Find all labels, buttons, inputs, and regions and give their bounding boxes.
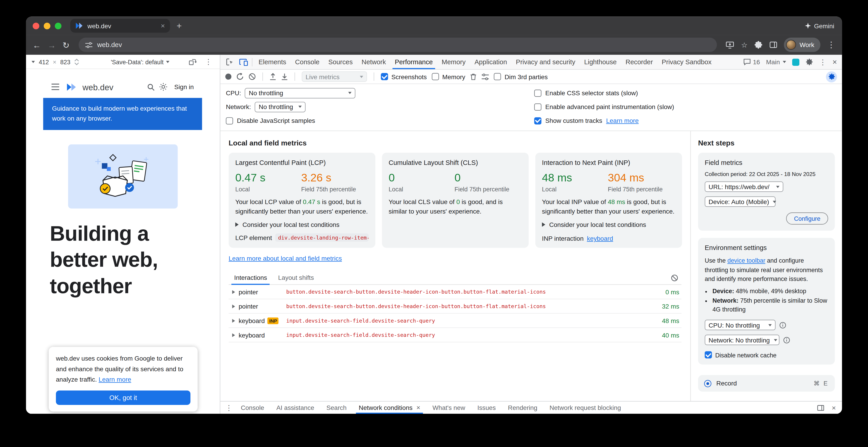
tab-privacy-sandbox[interactable]: Privacy Sandbox xyxy=(657,55,716,69)
tab-sources[interactable]: Sources xyxy=(324,55,357,69)
show-custom-tracks-checkbox[interactable] xyxy=(534,117,541,124)
interaction-row[interactable]: keyboardINP input.devsite-search-field.d… xyxy=(229,314,681,328)
interaction-row[interactable]: pointer button.devsite-search-button.dev… xyxy=(229,300,681,314)
row-expander-icon[interactable] xyxy=(229,304,239,309)
load-profile-button[interactable] xyxy=(270,73,276,80)
tab-close-icon[interactable]: × xyxy=(161,22,165,29)
network-throttling-select[interactable]: No throttling xyxy=(255,102,306,112)
drawer-tab-network-conditions[interactable]: Network conditions × xyxy=(353,402,427,414)
forward-icon[interactable]: → xyxy=(48,41,56,49)
env-network-select[interactable]: Network: No throttling xyxy=(705,335,779,345)
hamburger-menu-icon[interactable] xyxy=(52,83,59,90)
clear-recording-button[interactable] xyxy=(249,73,256,80)
lcp-element-chip[interactable]: div.devsite-landing-row-item-d… xyxy=(275,234,369,242)
tab-lighthouse[interactable]: Lighthouse xyxy=(580,55,621,69)
disable-network-cache-checkbox[interactable] xyxy=(705,351,712,358)
device-width-input[interactable]: 412 xyxy=(39,58,49,65)
live-metrics-select[interactable]: Live metrics xyxy=(302,71,367,82)
drawer-tab-whats-new[interactable]: What's new xyxy=(426,402,471,414)
tab-performance[interactable]: Performance xyxy=(390,55,437,69)
new-tab-button[interactable]: + xyxy=(177,21,182,31)
tab-application[interactable]: Application xyxy=(470,55,512,69)
drawer-menu-icon[interactable]: ⋮ xyxy=(225,404,232,412)
device-toolbar-toggle-button[interactable] xyxy=(236,55,250,69)
configure-button[interactable]: Configure xyxy=(786,212,828,225)
drawer-tab-console[interactable]: Console xyxy=(235,402,270,414)
webdev-logo-icon[interactable] xyxy=(66,83,76,91)
device-height-input[interactable]: 823 xyxy=(60,58,70,65)
address-bar[interactable]: web.dev xyxy=(78,38,717,52)
site-brand[interactable]: web.dev xyxy=(83,82,114,92)
screenshots-checkbox[interactable] xyxy=(381,73,388,80)
field-url-select[interactable]: URL: https://web.dev/ xyxy=(705,181,783,192)
execution-context-select[interactable]: Main xyxy=(766,59,786,65)
collect-garbage-icon[interactable] xyxy=(470,73,477,80)
css-selector-stats-checkbox[interactable] xyxy=(534,89,541,97)
clear-log-icon[interactable] xyxy=(671,274,678,281)
record-and-reload-button[interactable] xyxy=(236,73,244,80)
extensions-icon[interactable] xyxy=(755,41,763,48)
device-toolbar-link[interactable]: device toolbar xyxy=(727,257,765,264)
theme-toggle-icon[interactable] xyxy=(159,83,167,91)
drawer-tab-network-request-blocking[interactable]: Network request blocking xyxy=(544,402,627,414)
inspect-element-button[interactable] xyxy=(222,55,236,69)
devtools-settings-gear-icon[interactable] xyxy=(805,58,813,66)
advanced-paint-checkbox[interactable] xyxy=(534,103,541,110)
capture-sliders-icon[interactable] xyxy=(482,73,489,80)
row-expander-icon[interactable] xyxy=(229,333,239,338)
interaction-row[interactable]: pointer button.devsite-search-button.dev… xyxy=(229,285,681,300)
field-device-select[interactable]: Device: Auto (Mobile) xyxy=(705,196,776,207)
row-expander-icon[interactable] xyxy=(229,318,239,323)
lcp-test-conditions-expander[interactable]: Consider your local test conditions xyxy=(235,221,369,228)
cpu-info-icon[interactable] xyxy=(779,322,786,329)
tab-interactions[interactable]: Interactions xyxy=(229,271,273,284)
device-list-caret-icon[interactable] xyxy=(31,61,35,63)
sign-in-link[interactable]: Sign in xyxy=(174,83,194,90)
drawer-tab-ai-assistance[interactable]: AI assistance xyxy=(270,402,320,414)
tab-recorder[interactable]: Recorder xyxy=(621,55,657,69)
window-close-button[interactable] xyxy=(33,23,39,29)
drawer-close-icon[interactable]: × xyxy=(832,404,836,412)
dimension-stepper-icon[interactable] xyxy=(74,58,79,65)
cpu-throttling-select[interactable]: No throttling xyxy=(245,88,356,98)
record-button[interactable] xyxy=(225,73,231,80)
save-profile-button[interactable] xyxy=(281,73,288,80)
env-cpu-select[interactable]: CPU: No throttling xyxy=(705,320,776,330)
tab-console[interactable]: Console xyxy=(291,55,324,69)
tab-elements[interactable]: Elements xyxy=(254,55,290,69)
window-zoom-button[interactable] xyxy=(55,23,61,29)
inp-test-conditions-expander[interactable]: Consider your local test conditions xyxy=(542,221,675,228)
drawer-tab-search[interactable]: Search xyxy=(320,402,353,414)
custom-tracks-learn-more-link[interactable]: Learn more xyxy=(606,117,639,124)
network-info-icon[interactable] xyxy=(783,337,790,343)
metrics-learn-more-link[interactable]: Learn more about local and field metrics xyxy=(229,255,342,262)
dock-panel-icon[interactable] xyxy=(817,405,825,411)
tab-privacy-and-security[interactable]: Privacy and security xyxy=(512,55,580,69)
record-action[interactable]: Record ⌘ E xyxy=(698,375,835,392)
devtools-menu-icon[interactable]: ⋮ xyxy=(819,58,826,66)
browser-tab[interactable]: web.dev × xyxy=(70,19,170,33)
save-data-select[interactable]: 'Save-Data': default xyxy=(111,58,169,65)
disable-js-samples-checkbox[interactable] xyxy=(226,117,233,124)
drawer-tab-rendering[interactable]: Rendering xyxy=(502,402,544,414)
install-icon[interactable] xyxy=(725,41,734,48)
bookmark-star-icon[interactable]: ☆ xyxy=(741,41,748,48)
window-minimize-button[interactable] xyxy=(44,23,50,29)
capture-settings-toggle[interactable] xyxy=(826,71,837,82)
console-message-indicator[interactable]: 16 xyxy=(743,59,760,65)
profile-chip[interactable]: Work xyxy=(784,38,820,52)
drawer-tab-issues[interactable]: Issues xyxy=(471,402,502,414)
browser-menu-icon[interactable]: ⋮ xyxy=(827,40,835,50)
close-tab-icon[interactable]: × xyxy=(416,404,420,411)
cookie-learn-more-link[interactable]: Learn more xyxy=(99,376,131,383)
inp-interaction-link[interactable]: keyboard xyxy=(587,235,613,242)
dim-3rd-parties-checkbox[interactable] xyxy=(494,73,501,80)
search-icon[interactable] xyxy=(147,83,154,91)
rotate-device-icon[interactable] xyxy=(189,58,196,65)
cookie-accept-button[interactable]: OK, got it xyxy=(56,390,190,405)
device-menu-icon[interactable]: ⋮ xyxy=(205,58,212,66)
memory-checkbox[interactable] xyxy=(432,73,439,80)
reload-icon[interactable]: ↻ xyxy=(62,41,69,49)
gemini-button[interactable]: Gemini xyxy=(805,23,834,29)
tab-layout-shifts[interactable]: Layout shifts xyxy=(273,271,319,284)
